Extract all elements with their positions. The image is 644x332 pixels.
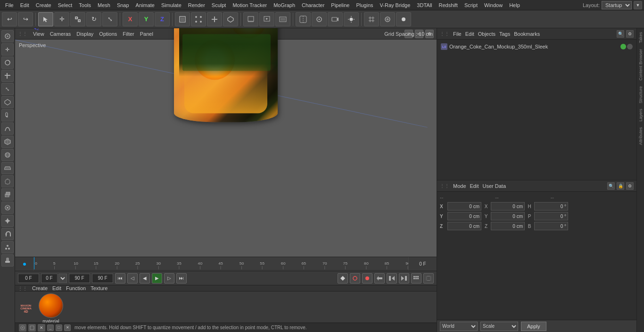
sidebar-move-btn[interactable]: ✛: [1, 43, 14, 56]
z-axis-button[interactable]: Z: [155, 12, 170, 26]
prev-frame-button[interactable]: ◁: [127, 273, 138, 283]
menu-3dtall[interactable]: 3DTAll: [413, 1, 435, 9]
viewport-menu-display[interactable]: Display: [76, 31, 93, 37]
frame-start-input[interactable]: [18, 274, 39, 283]
sidebar-spline-btn[interactable]: [1, 122, 14, 135]
menu-pipeline[interactable]: Pipeline: [328, 1, 353, 9]
sidebar-select-btn[interactable]: [1, 30, 14, 42]
sidebar-stamp-btn[interactable]: [1, 254, 14, 267]
layout-select[interactable]: Startup: [602, 1, 632, 9]
edges-mode-button[interactable]: [207, 12, 222, 26]
menu-select[interactable]: Select: [55, 1, 76, 9]
menu-script[interactable]: Script: [461, 1, 481, 9]
table-row[interactable]: L0 Orange_Coke_Can_Mockup_350ml_Sleek: [439, 41, 635, 52]
go-end-button[interactable]: ⏭: [176, 273, 187, 283]
sidebar-brush-btn[interactable]: [1, 109, 14, 121]
render-view-button[interactable]: [275, 12, 290, 26]
next-keyframe-button[interactable]: [399, 273, 409, 283]
p-input[interactable]: [534, 212, 568, 220]
light-button[interactable]: [344, 12, 359, 26]
obj-menu-file[interactable]: File: [453, 31, 462, 37]
sidebar-magnet-btn[interactable]: [1, 228, 14, 240]
x-rot-input[interactable]: [491, 202, 525, 211]
scale-tool-button[interactable]: [70, 12, 85, 26]
attr-menu-userdata[interactable]: User Data: [483, 183, 506, 189]
material-menu-edit[interactable]: Edit: [52, 285, 61, 291]
vtab-attributes[interactable]: Attributes: [637, 125, 644, 147]
attr-menu-edit[interactable]: Edit: [470, 183, 479, 189]
menu-edit[interactable]: Edit: [17, 1, 33, 9]
y-rot-input[interactable]: [491, 212, 525, 220]
viewport-menu-view[interactable]: View: [33, 31, 44, 37]
world-select[interactable]: World: [440, 322, 478, 331]
obj-menu-objects[interactable]: Objects: [478, 31, 495, 37]
vtab-structure[interactable]: Structure: [637, 84, 644, 105]
record-keyframe-button[interactable]: [350, 273, 360, 283]
sidebar-transform-btn[interactable]: ⤡: [1, 83, 14, 95]
window-minimize-button[interactable]: _: [47, 324, 54, 331]
menu-file[interactable]: File: [2, 1, 17, 9]
z-rot-input[interactable]: [491, 222, 525, 230]
viewport-menu-cameras[interactable]: Cameras: [50, 31, 71, 37]
menu-sculpt[interactable]: Sculpt: [208, 1, 230, 9]
material-menu-texture[interactable]: Texture: [91, 285, 107, 291]
sidebar-cube-btn[interactable]: [1, 136, 14, 148]
points-mode-button[interactable]: [191, 12, 206, 26]
prev-play-button[interactable]: ◀: [140, 273, 150, 283]
menu-animate[interactable]: Animate: [132, 1, 158, 9]
polygon-mode-button[interactable]: [223, 12, 238, 26]
menu-window[interactable]: Window: [481, 1, 506, 9]
status-icon-3[interactable]: ✕: [38, 324, 45, 332]
menu-plugins[interactable]: Plugins: [353, 1, 376, 9]
scale-select[interactable]: Scale: [480, 322, 518, 331]
obj-menu-tags[interactable]: Tags: [499, 31, 510, 37]
object-vis-editor[interactable]: [620, 44, 626, 49]
attr-search-btn[interactable]: 🔍: [607, 182, 615, 190]
menu-create[interactable]: Create: [33, 1, 55, 9]
menu-mograph[interactable]: MoGraph: [270, 1, 298, 9]
camera-button[interactable]: [328, 12, 343, 26]
apply-button[interactable]: Apply: [521, 322, 546, 331]
material-preview[interactable]: [39, 293, 63, 318]
prev-keyframe-button[interactable]: [387, 273, 397, 283]
sidebar-knife-btn[interactable]: [1, 215, 14, 227]
frame-fps-select[interactable]: ▼: [58, 274, 67, 283]
layout-arrow-btn[interactable]: ▼: [634, 1, 642, 9]
menu-simulate[interactable]: Simulate: [158, 1, 185, 9]
play-button[interactable]: ▶: [152, 273, 162, 283]
keyframe-button[interactable]: [338, 273, 348, 283]
viewport-menu-filter[interactable]: Filter: [123, 31, 134, 37]
menu-motion-tracker[interactable]: Motion Tracker: [229, 1, 270, 9]
go-start-button[interactable]: ⏮: [115, 273, 125, 283]
attr-menu-mode[interactable]: Mode: [453, 183, 466, 189]
viewport-menu-panel[interactable]: Panel: [140, 31, 153, 37]
object-vis-render[interactable]: [627, 44, 633, 49]
sidebar-lasso-btn[interactable]: [1, 175, 14, 187]
sidebar-sphere-btn[interactable]: [1, 149, 14, 161]
sun-button[interactable]: [396, 12, 411, 26]
auto-keyframe-button[interactable]: [362, 273, 372, 283]
obj-search-btn[interactable]: 🔍: [617, 30, 624, 38]
obj-menu-bookmarks[interactable]: Bookmarks: [514, 31, 540, 37]
vtab-layers[interactable]: Layers: [637, 107, 644, 123]
frame-end-input[interactable]: [69, 274, 90, 283]
menu-tools[interactable]: Tools: [75, 1, 94, 9]
rotate-tool-button[interactable]: ↻: [86, 12, 101, 26]
window-maximize-button[interactable]: □: [56, 324, 62, 331]
grid-button[interactable]: [364, 12, 379, 26]
viewport-shading-button[interactable]: [296, 12, 311, 26]
interactive-render-button[interactable]: [259, 12, 274, 26]
frame-end-alt-input[interactable]: [92, 274, 113, 283]
redo-button[interactable]: ↪: [18, 12, 33, 26]
window-close-button[interactable]: ✕: [64, 324, 71, 331]
menu-mesh[interactable]: Mesh: [94, 1, 114, 9]
menu-render[interactable]: Render: [185, 1, 208, 9]
next-frame-button[interactable]: ▷: [164, 273, 174, 283]
status-icon-1[interactable]: [19, 324, 26, 332]
sidebar-polygon-btn[interactable]: [1, 96, 14, 108]
attr-settings-btn[interactable]: ⚙: [626, 182, 634, 190]
x-pos-input[interactable]: [447, 202, 481, 211]
menu-character[interactable]: Character: [298, 1, 328, 9]
sidebar-scale-btn[interactable]: [1, 70, 14, 82]
x-axis-button[interactable]: X: [123, 12, 138, 26]
